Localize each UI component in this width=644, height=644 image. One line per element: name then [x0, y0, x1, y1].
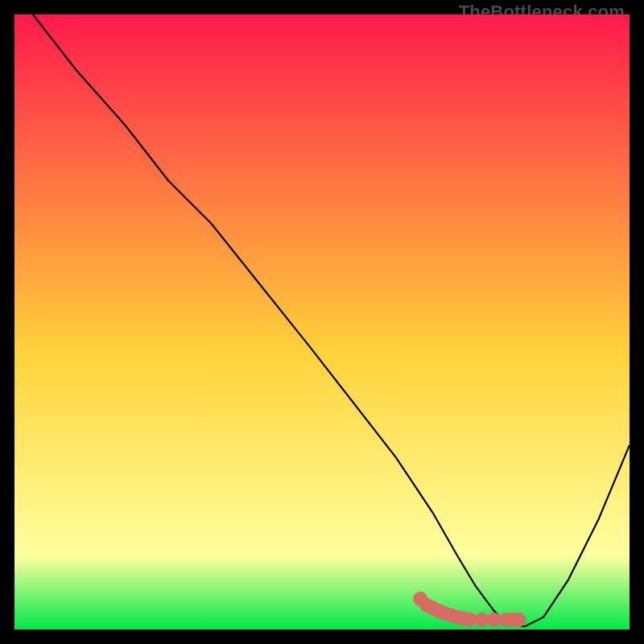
chart-frame	[14, 14, 630, 630]
bottleneck-chart	[14, 14, 630, 630]
highlight-marker	[475, 613, 489, 627]
gradient-background	[14, 14, 630, 630]
highlight-marker	[512, 613, 526, 627]
